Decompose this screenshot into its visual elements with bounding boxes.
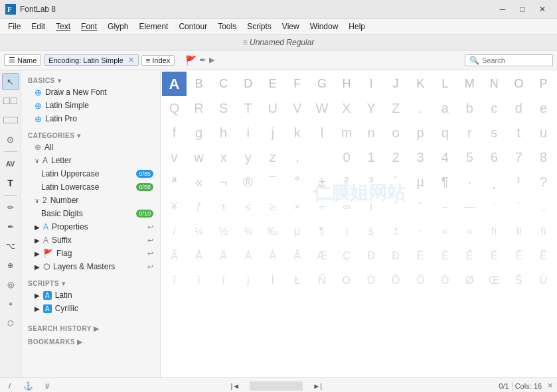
glyph-cell[interactable]: X — [334, 96, 358, 121]
sidebar-cyrillic-script[interactable]: ▶ А Cyrillic — [21, 302, 160, 315]
menu-help[interactable]: Help — [343, 21, 370, 33]
glyph-cell[interactable]: y — [236, 145, 260, 170]
glyph-cell[interactable]: ° — [285, 170, 309, 194]
basics-header[interactable]: BASICS ▾ — [21, 74, 160, 86]
glyph-cell[interactable]: 0 — [334, 145, 358, 170]
glyph-cell[interactable]: Å — [187, 243, 211, 268]
glyph-cell[interactable]: Ã — [162, 243, 187, 268]
glyph-cell[interactable]: ≥ — [260, 194, 285, 219]
glyph-cell[interactable]: Ô — [384, 269, 408, 293]
glyph-cell[interactable]: U — [260, 96, 285, 121]
glyph-cell[interactable]: I — [359, 72, 384, 96]
glyph-cell[interactable]: μ — [285, 219, 309, 243]
shape-tool-button[interactable]: ◎ — [2, 276, 19, 293]
glyph-cell[interactable]: ﬁ — [531, 219, 556, 243]
sidebar-suffix[interactable]: ▶ A Suffix ↩ — [21, 233, 160, 247]
close-button[interactable]: ✕ — [533, 3, 552, 16]
glyph-cell[interactable]: Z — [384, 96, 408, 121]
sidebar-latin-lowercase[interactable]: Latin Lowercase 0/56 — [21, 180, 160, 194]
glyph-cell[interactable]: W — [309, 96, 334, 121]
name-tab[interactable]: ☰ Name — [4, 54, 41, 66]
sidebar-properties[interactable]: ▶ A Properties ↩ — [21, 220, 160, 233]
glyph-cell[interactable]: ı — [334, 219, 358, 243]
glyph-cell[interactable]: q — [433, 121, 457, 145]
menu-view[interactable]: View — [277, 21, 305, 33]
glyph-cell[interactable]: E — [260, 72, 285, 96]
add-node-button[interactable]: ⊕ — [2, 257, 19, 274]
glyph-cell[interactable]: Ç — [334, 243, 358, 268]
sidebar-number[interactable]: ∨ 2 Number — [21, 194, 160, 207]
view-glyph-button[interactable] — [2, 92, 19, 109]
glyph-cell[interactable]: L — [433, 72, 457, 96]
sidebar-latin-script[interactable]: ▶ A Latin — [21, 289, 160, 302]
glyph-cell[interactable]: ‰ — [260, 219, 285, 243]
glyph-cell[interactable]: a — [433, 96, 457, 121]
slider[interactable] — [250, 381, 303, 391]
glyph-cell[interactable]: ± — [211, 194, 236, 219]
encoding-close[interactable]: ✕ — [128, 56, 134, 64]
glyph-cell[interactable]: « — [187, 170, 211, 194]
glyph-cell[interactable]: 8 — [531, 145, 556, 170]
glyph-cell[interactable]: , — [285, 145, 309, 170]
text-tool-button[interactable]: T — [2, 174, 19, 192]
glyph-cell[interactable]: Ù — [531, 269, 556, 293]
glyph-cell[interactable]: G — [309, 72, 334, 96]
glyph-cell[interactable]: Ě — [507, 243, 531, 268]
glyph-cell[interactable]: Ò — [334, 269, 358, 293]
maximize-button[interactable]: □ — [513, 3, 532, 16]
sidebar-basic-digits[interactable]: Basic Digits 0/10 — [21, 207, 160, 220]
glyph-cell[interactable]: f — [162, 121, 187, 145]
sidebar-letter[interactable]: ∨ A Letter — [21, 154, 160, 167]
search-input[interactable] — [482, 56, 548, 64]
glyph-cell[interactable]: J — [384, 72, 408, 96]
glyph-cell[interactable]: N — [482, 72, 507, 96]
glyph-cell[interactable]: Ø — [457, 269, 482, 293]
glyph-cell[interactable]: Á — [236, 243, 260, 268]
menu-text[interactable]: Text — [50, 21, 76, 33]
glyph-cell[interactable]: Ě — [531, 243, 556, 268]
glyph-cell[interactable]: É — [433, 243, 457, 268]
hash-button[interactable]: # — [40, 381, 54, 391]
pen-tool-button[interactable]: ✒ — [2, 218, 19, 235]
glyph-cell[interactable]: À — [260, 243, 285, 268]
close-panel-button[interactable]: ✕ — [547, 381, 553, 390]
glyph-cell[interactable]: ² — [334, 170, 358, 194]
glyph-cell[interactable]: 6 — [482, 145, 507, 170]
glyph-cell[interactable]: Y — [359, 96, 384, 121]
glyph-cell[interactable]: C — [211, 72, 236, 96]
glyph-cell[interactable]: F — [285, 72, 309, 96]
scripts-header[interactable]: SCRIPTS ▾ — [21, 277, 160, 289]
glyph-cell[interactable]: Â — [285, 243, 309, 268]
glyph-cell[interactable]: Œ — [482, 269, 507, 293]
glyph-cell[interactable]: ĩ — [162, 269, 187, 293]
sidebar-latin-uppercase[interactable]: Latin Uppercase 0/85 — [21, 167, 160, 180]
search-box[interactable]: 🔍 — [465, 54, 553, 66]
glyph-cell[interactable]: B — [187, 72, 211, 96]
sidebar-layers-masters[interactable]: ▶ ⬡ Layers & Masters ↩ — [21, 260, 160, 273]
glyph-cell[interactable]: fl — [507, 219, 531, 243]
glyph-cell[interactable]: c — [482, 96, 507, 121]
glyph-cell[interactable]: Đ — [384, 243, 408, 268]
glyph-cell[interactable]: K — [408, 72, 433, 96]
glyph-cell[interactable]: e — [531, 96, 556, 121]
glyph-cell[interactable]: ƒ — [187, 194, 211, 219]
glyph-cell[interactable] — [309, 145, 334, 170]
glyph-cell[interactable]: « — [433, 219, 457, 243]
glyph-cell[interactable]: m — [334, 121, 358, 145]
glyph-cell[interactable]: š — [359, 219, 384, 243]
glyph-cell[interactable]: Š — [507, 269, 531, 293]
glyph-cell[interactable]: ¸ — [482, 170, 507, 194]
glyph-cell[interactable]: Æ — [309, 243, 334, 268]
glyph-cell[interactable]: ∞ — [334, 194, 358, 219]
glyph-cell[interactable]: ‡ — [384, 219, 408, 243]
select-tool-button[interactable]: ↖ — [2, 73, 19, 90]
glyph-cell[interactable]: o — [384, 121, 408, 145]
glyph-cell[interactable]: k — [285, 121, 309, 145]
menu-glyph[interactable]: Glyph — [102, 21, 133, 33]
glyph-cell[interactable]: v — [162, 145, 187, 170]
glyph-cell[interactable]: l — [309, 121, 334, 145]
glyph-cell[interactable]: A — [162, 72, 187, 96]
sidebar-latin-simple[interactable]: ⊕ Latin Simple — [21, 99, 160, 112]
glyph-cell[interactable]: ¶ — [433, 170, 457, 194]
glyph-cell[interactable]: Ð — [359, 243, 384, 268]
